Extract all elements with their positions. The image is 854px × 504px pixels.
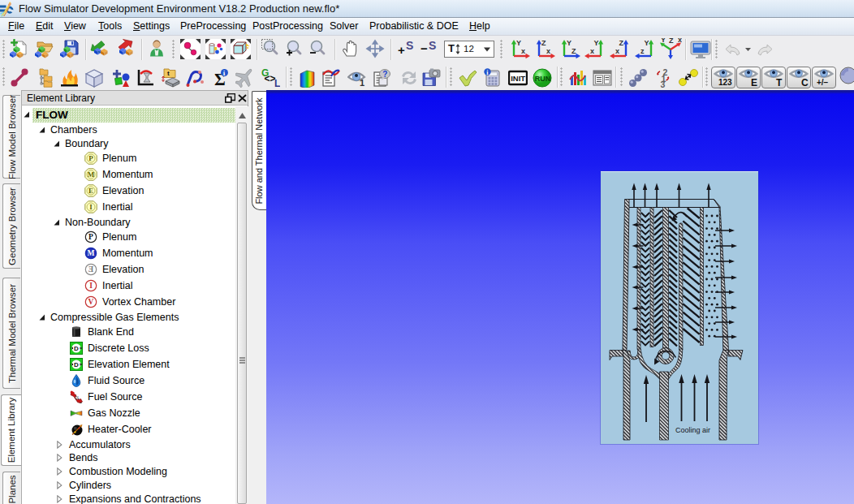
svg-text:+: + <box>398 43 405 57</box>
svg-text:Y: Y <box>567 39 571 47</box>
svg-text:D: D <box>74 345 79 352</box>
svg-text:Cooling air: Cooling air <box>675 426 710 434</box>
svg-text:Z: Z <box>619 39 624 47</box>
svg-text:S: S <box>406 39 413 52</box>
svg-text:E: E <box>88 187 93 195</box>
svg-text:Z: Z <box>571 47 576 55</box>
svg-text:INIT: INIT <box>511 74 525 83</box>
svg-text:x: x <box>546 47 550 55</box>
svg-text:M: M <box>88 170 95 179</box>
svg-text:I: I <box>89 203 93 211</box>
svg-text:?: ? <box>382 70 387 79</box>
svg-text:Y: Y <box>594 39 599 47</box>
svg-text:M: M <box>88 249 95 257</box>
svg-text:P: P <box>88 154 93 162</box>
svg-text:Ǝ: Ǝ <box>88 265 94 274</box>
svg-text:L: L <box>274 78 280 88</box>
svg-text:x: x <box>678 38 682 44</box>
svg-text:z: z <box>640 47 645 55</box>
svg-text:t: t <box>167 70 170 77</box>
svg-text:x: x <box>590 47 594 55</box>
svg-text:Y: Y <box>661 38 666 44</box>
svg-text:Z: Z <box>669 38 674 45</box>
svg-text:V: V <box>88 298 94 306</box>
svg-text:P: P <box>88 233 93 241</box>
svg-text:RUN: RUN <box>535 75 551 83</box>
svg-text:QL: QL <box>75 396 80 400</box>
svg-text:−: − <box>421 41 428 55</box>
svg-text:D: D <box>74 361 79 368</box>
svg-text:x: x <box>521 47 525 55</box>
svg-text:1: 1 <box>360 78 364 88</box>
svg-text:Y: Y <box>516 39 521 47</box>
svg-text:Y: Y <box>645 39 649 47</box>
svg-text:Z: Z <box>541 39 546 47</box>
svg-text:x: x <box>615 47 619 55</box>
svg-text:3: 3 <box>661 80 666 88</box>
svg-text:S: S <box>429 39 436 52</box>
svg-text:I: I <box>89 282 93 290</box>
